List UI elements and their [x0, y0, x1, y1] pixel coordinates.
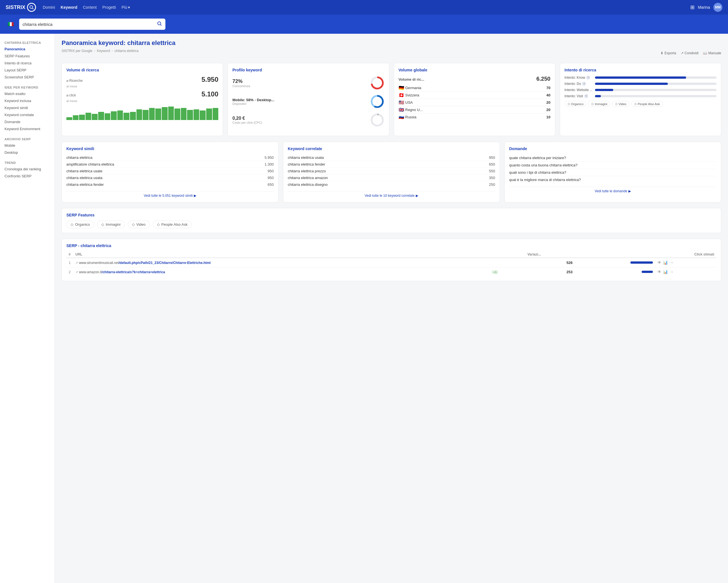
see-all-correlate[interactable]: Vedi tutte le 10 keyword correlate ▶	[288, 191, 495, 198]
bar-item	[130, 112, 136, 120]
sidebar-item-serp-features[interactable]: SERP Features	[0, 53, 55, 60]
breadcrumb-row: SISTRIX per Google › Keyword › chitarra …	[61, 49, 721, 57]
nav-domini[interactable]: Domini	[43, 5, 55, 9]
info-icon-know[interactable]: ?	[586, 76, 590, 80]
serp-eye-btn-1[interactable]: 👁	[657, 270, 661, 274]
serp-features-card: SERP Features ◇ Organico ◇ Immagini ◇ Vi…	[61, 208, 721, 233]
info-icon-do[interactable]: ?	[582, 82, 586, 86]
see-all-domande[interactable]: Vedi tutte le domande ▶	[509, 187, 717, 193]
bar-item	[98, 112, 104, 120]
cpc-gauge	[370, 113, 385, 127]
share-label: Condividi	[685, 51, 699, 55]
tag-immagini[interactable]: ◇ Immagini	[588, 101, 610, 107]
nav-keyword[interactable]: Keyword	[61, 5, 77, 9]
ricerche-row: ⌀ Ricerche 5.950	[67, 76, 218, 83]
kw-simili-name-2: chitarra elettrica usate	[67, 169, 102, 173]
sidebar-item-correlate[interactable]: Keyword correlate	[0, 111, 55, 118]
bar-item	[175, 109, 180, 120]
sidebar-item-mobile[interactable]: Mobile	[0, 142, 55, 149]
cpc-row: 0,20 € Costo per click (CPC)	[232, 113, 384, 127]
nav-content[interactable]: Content	[83, 5, 97, 9]
grid-icon[interactable]: ⊞	[690, 4, 695, 10]
sidebar-item-cronologia[interactable]: Cronologia dei ranking	[0, 166, 55, 173]
name-ch: Svizzera	[405, 93, 547, 97]
svg-point-8	[371, 114, 383, 126]
info-icon-visit[interactable]: ?	[584, 94, 588, 98]
manual-button[interactable]: 📖 Manuale	[703, 51, 721, 55]
ricerche-sub: al mese	[67, 85, 218, 88]
volume-ricerca-title: Volume di ricerca	[67, 68, 218, 72]
serp-bar-fill-1	[642, 271, 653, 273]
sidebar-item-confronto[interactable]: Confronto SERP	[0, 173, 55, 179]
device-label: Dispositivi	[232, 102, 274, 105]
serp-eye-btn-0[interactable]: 👁	[657, 260, 661, 265]
logo: SISTRIX	[6, 3, 36, 12]
kw-simili-val-4: 650	[267, 183, 274, 187]
intent-visit-bar	[595, 95, 717, 97]
arrow-right-icon-3: ▶	[628, 189, 631, 193]
serp-url-link-1[interactable]: www.amazon.it/chitarra-elettrica/s?k=chi…	[79, 270, 165, 274]
sidebar-item-simili[interactable]: Keyword simili	[0, 104, 55, 111]
intent-website-fill	[595, 89, 613, 91]
user-avatar[interactable]: MM	[713, 3, 722, 12]
bar-item	[193, 109, 200, 120]
feature-video[interactable]: ◇ Video	[128, 221, 150, 228]
tag-organico[interactable]: ◇ Organico	[565, 101, 587, 107]
name-ru: Russia	[405, 115, 547, 119]
svg-point-0	[30, 6, 33, 8]
breadcrumb-keyword[interactable]: Keyword	[97, 49, 110, 53]
bar-item	[124, 113, 129, 120]
cpc-label: Costo per click (CPC)	[232, 121, 262, 124]
sidebar-item-domande[interactable]: Domande	[0, 118, 55, 126]
sidebar-item-match[interactable]: Match esatto	[0, 90, 55, 97]
export-button[interactable]: ⬇ Esporta	[660, 51, 676, 55]
serp-arrow-btn-0[interactable]: →	[670, 260, 673, 265]
serp-url-link-0[interactable]: www.strumentimusicali.net/default.php/cP…	[79, 261, 211, 265]
bar-item	[105, 113, 110, 120]
sidebar-item-inclusa[interactable]: Keyword inclusa	[0, 97, 55, 104]
serp-chart-btn-0[interactable]: 📊	[663, 260, 668, 265]
sidebar-item-screenshot[interactable]: Screenshot SERP	[0, 74, 55, 81]
serp-chart-btn-1[interactable]: 📊	[663, 270, 668, 274]
page-title: Panoramica keyword: chitarra elettrica	[61, 39, 721, 47]
click-label: ⌀ click	[67, 93, 76, 97]
tag-video[interactable]: ◇ Video	[612, 101, 629, 107]
feature-immagini[interactable]: ◇ Immagini	[97, 221, 125, 228]
intent-visit-fill	[595, 95, 601, 97]
sidebar-item-panoramica[interactable]: Panoramica	[0, 46, 55, 53]
see-all-simili[interactable]: Vedi tutte le 5.051 keyword simili ▶	[67, 191, 274, 198]
feature-organico[interactable]: ◇ Organico	[67, 221, 94, 228]
svg-point-2	[158, 22, 161, 25]
breadcrumb-sistrix[interactable]: SISTRIX per Google	[61, 49, 92, 53]
breadcrumb-actions: ⬇ Esporta ↗ Condividi 📖 Manuale	[660, 51, 721, 55]
tag-people-also-ask[interactable]: ◇ People Also Ask	[631, 101, 663, 107]
search-button[interactable]	[157, 21, 162, 28]
content-area: Panoramica keyword: chitarra elettrica S…	[55, 34, 728, 583]
country-flag[interactable]: 🇮🇹	[6, 20, 16, 28]
col-num: #	[67, 251, 73, 258]
share-button[interactable]: ↗ Condividi	[681, 51, 699, 55]
serp-arrow-btn-1[interactable]: →	[670, 270, 673, 274]
sidebar-item-desktop[interactable]: Desktop	[0, 149, 55, 156]
manual-label: Manuale	[708, 51, 721, 55]
feature-people-also-ask[interactable]: ◇ People Also Ask	[153, 221, 192, 228]
intent-visit: Intento: Visit ?	[565, 94, 717, 98]
organico-icon: ◇	[568, 102, 570, 106]
question-3: qual è la migliore marca di chitarra ele…	[509, 176, 717, 183]
sidebar-item-intento[interactable]: Intento di ricerca	[0, 60, 55, 66]
nav-progetti[interactable]: Progetti	[102, 5, 116, 9]
kw-correlate-name-1: chitarra elettrica fender	[288, 162, 325, 166]
competition-label: Concorrenza	[232, 84, 250, 88]
positive-badge: +1	[492, 270, 498, 274]
bar-item	[213, 108, 218, 120]
sidebar-item-environment[interactable]: Keyword Environment	[0, 126, 55, 132]
val-de: 70	[546, 86, 550, 90]
ricerche-label: ⌀ Ricerche	[67, 79, 83, 83]
intent-know-fill	[595, 77, 686, 79]
sidebar-item-layout[interactable]: Layout SERP	[0, 66, 55, 74]
bar-item	[92, 114, 98, 120]
search-input[interactable]	[23, 22, 157, 27]
serp-badge-0	[490, 258, 543, 267]
serp-table: # URL Variazi... Click stimati 1 ↗ www.s…	[67, 251, 717, 276]
nav-piu[interactable]: Più ▾	[122, 5, 130, 9]
